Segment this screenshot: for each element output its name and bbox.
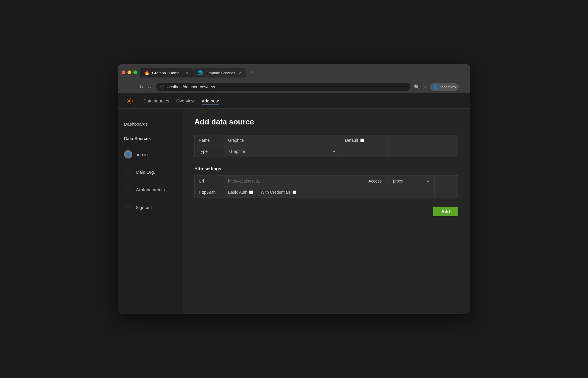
access-label: Access [368,179,382,183]
http-settings-title: Http settings [194,166,458,171]
sidebar-item-main-org[interactable]: Main Org. [118,164,183,180]
sidebar-item-label: admin [136,152,148,157]
grafana-logo[interactable] [124,96,135,106]
url-row: Url Access proxy direct [195,176,458,187]
avatar-grafana-admin [124,185,132,194]
forward-button[interactable]: → [130,84,136,90]
grafana-tab-icon: 🔥 [144,70,150,75]
http-auth-row: Http Auth Basic Auth With Credentials [195,187,458,198]
type-empty-1 [341,146,388,157]
name-type-table: Name Default Type [194,135,458,157]
name-input-cell[interactable] [224,135,341,146]
sidebar-item-admin[interactable]: 👤 admin [118,146,183,163]
sidebar: Dashboards Data Sources 👤 admin Main Org… [118,109,183,314]
sidebar-item-label: Dashboards [124,122,148,126]
basic-auth-checkbox[interactable] [249,190,253,194]
nav-data-sources[interactable]: Data sources [143,97,169,104]
name-row: Name Default [195,135,458,146]
sidebar-item-grafana-admin[interactable]: Grafana admin [118,181,183,198]
url-input[interactable] [228,179,360,183]
sidebar-item-label: Sign out [136,205,152,210]
http-auth-label: Http Auth [195,187,224,198]
http-settings-table: Url Access proxy direct [194,175,458,198]
back-button[interactable]: ← [122,84,128,90]
app-body: Dashboards Data Sources 👤 admin Main Org… [118,109,470,314]
incognito-icon: 👤 [433,84,439,90]
sidebar-item-sign-out[interactable]: Sign out [118,199,183,215]
avatar-main-org [124,168,132,176]
http-auth-options-cell: Basic Auth With Credentials [224,187,435,198]
minimize-button[interactable] [128,70,131,74]
default-label: Default [345,138,358,143]
maximize-button[interactable] [133,70,137,74]
type-select[interactable]: Graphite [228,149,337,154]
url-text: localhost/datasources/new [166,85,215,89]
tab-close-icon[interactable]: ✕ [239,71,242,75]
sidebar-item-dashboards[interactable]: Dashboards [118,117,183,131]
tab-label: Grafana - Home [152,71,179,75]
access-select[interactable]: proxy direct [392,178,430,184]
tab-grafana-home[interactable]: 🔥 Grafana - Home ✕ [140,68,193,77]
sidebar-item-data-sources[interactable]: Data Sources [118,132,183,145]
tab-close-icon[interactable]: ✕ [185,71,189,75]
bookmark-icon[interactable]: ☆ [423,84,427,90]
incognito-label: Incognito [440,85,456,89]
header-nav: Data sources Overview Add new [143,97,219,104]
with-credentials-checkbox[interactable] [293,190,296,194]
new-tab-button[interactable]: + [247,67,256,77]
sidebar-item-label: Grafana admin [136,187,165,192]
url-label: Url [195,176,224,187]
basic-auth-label[interactable]: Basic Auth [228,190,253,195]
home-button[interactable]: ⌂ [146,84,153,90]
app-container: Data sources Overview Add new Dashboards… [118,93,470,314]
avatar-icon: 👤 [126,152,131,157]
type-select-cell[interactable]: Graphite [224,146,341,157]
traffic-lights [122,70,137,74]
sidebar-item-label: Main Org. [136,170,155,175]
globe-tab-icon: 🌐 [198,70,203,75]
tab-label: Graphite Browser [205,71,235,75]
browser-controls: 🔥 Grafana - Home ✕ 🌐 Graphite Browser ✕ … [122,67,466,77]
address-bar[interactable]: ⓘ localhost/datasources/new [156,83,410,91]
page-title: Add data source [194,117,458,126]
browser-actions: 🔍 ☆ 👤 Incognito ⋮ [414,83,466,91]
default-checkbox[interactable] [360,139,364,142]
nav-overview[interactable]: Overview [176,97,195,104]
sidebar-item-label: Data Sources [124,136,151,141]
name-input[interactable] [228,138,337,143]
app-header: Data sources Overview Add new [118,93,470,109]
url-extra-cell [435,176,458,187]
menu-icon[interactable]: ⋮ [462,84,466,90]
default-cell: Default [341,135,388,146]
with-credentials-label[interactable]: With Credentials [261,190,296,195]
avatar-sign-out [124,203,132,211]
browser-tabs: 🔥 Grafana - Home ✕ 🌐 Graphite Browser ✕ … [140,67,466,77]
nav-add-new[interactable]: Add new [202,97,219,104]
main-content: Add data source Name Default [183,109,470,314]
default-extra-cell [388,135,458,146]
close-button[interactable] [122,70,125,74]
name-label: Name [195,135,224,146]
nav-buttons: ← → ↻ ⌂ [122,84,153,90]
type-label: Type [195,146,224,157]
browser-window: 🔥 Grafana - Home ✕ 🌐 Graphite Browser ✕ … [118,64,470,314]
search-icon[interactable]: 🔍 [414,84,420,90]
access-label-cell: Access [364,176,388,187]
tab-graphite-browser[interactable]: 🌐 Graphite Browser ✕ [193,68,246,77]
avatar-admin: 👤 [124,150,132,158]
http-auth-extra-cell [435,187,458,198]
incognito-badge: 👤 Incognito [430,83,459,91]
lock-icon: ⓘ [160,84,164,90]
url-input-cell[interactable] [224,176,364,187]
browser-chrome: 🔥 Grafana - Home ✕ 🌐 Graphite Browser ✕ … [118,64,470,93]
type-empty-2 [388,146,458,157]
svg-point-2 [129,100,130,101]
type-row: Type Graphite [195,146,458,157]
refresh-button[interactable]: ↻ [138,84,145,90]
access-select-cell[interactable]: proxy direct [388,176,435,187]
address-bar-row: ← → ↻ ⌂ ⓘ localhost/datasources/new 🔍 ☆ … [122,80,466,93]
add-button[interactable]: Add [433,207,458,216]
